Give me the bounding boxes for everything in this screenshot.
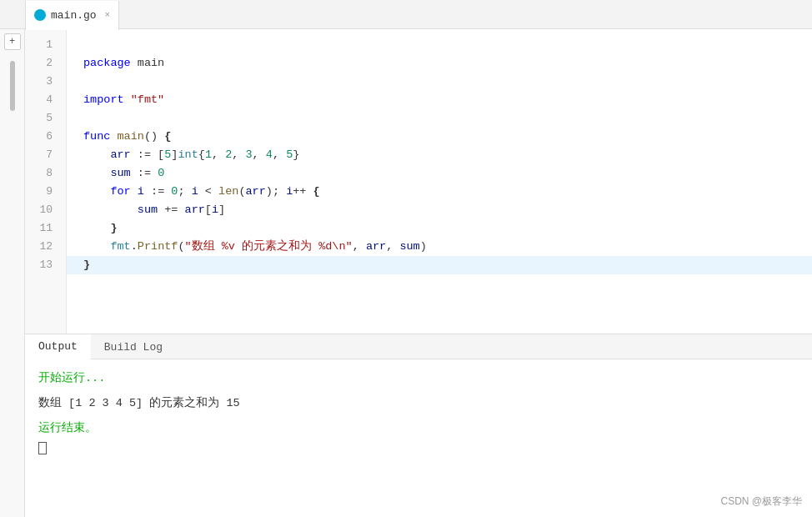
left-sidebar: + [0, 29, 25, 517]
output-tabs: Output Build Log [25, 334, 812, 359]
output-content: 开始运行... 数组 [1 2 3 4 5] 的元素之和为 15 运行结束。 C… [25, 359, 812, 517]
line-numbers: 1 2 3 4 5 6 7 8 9 10 11 12 13 [25, 29, 67, 334]
output-line-3: 运行结束。 [38, 419, 799, 438]
output-cursor [38, 442, 47, 454]
output-line-2: 数组 [1 2 3 4 5] 的元素之和为 15 [38, 394, 799, 413]
output-panel: Output Build Log 开始运行... 数组 [1 2 3 4 5] … [25, 334, 812, 517]
main-area: + 1 2 3 4 5 6 7 8 9 10 11 12 13 package … [0, 29, 812, 517]
tab-filename: main.go [51, 9, 97, 22]
add-button[interactable]: + [4, 33, 21, 50]
output-line-1: 开始运行... [38, 369, 799, 388]
tab-build-log[interactable]: Build Log [91, 334, 176, 359]
tab-bar: main.go × [0, 0, 812, 29]
go-language-icon [34, 9, 46, 21]
code-editor[interactable]: 1 2 3 4 5 6 7 8 9 10 11 12 13 package ma… [25, 29, 812, 334]
tab-output[interactable]: Output [25, 334, 91, 359]
watermark: CSDN @极客李华 [720, 492, 802, 510]
tab-main-go[interactable]: main.go × [25, 1, 119, 30]
scroll-indicator [10, 61, 15, 111]
code-lines[interactable]: package main import "fmt" func main() { … [67, 29, 812, 334]
tab-close-icon[interactable]: × [105, 10, 111, 20]
editor-container: 1 2 3 4 5 6 7 8 9 10 11 12 13 package ma… [25, 29, 812, 517]
